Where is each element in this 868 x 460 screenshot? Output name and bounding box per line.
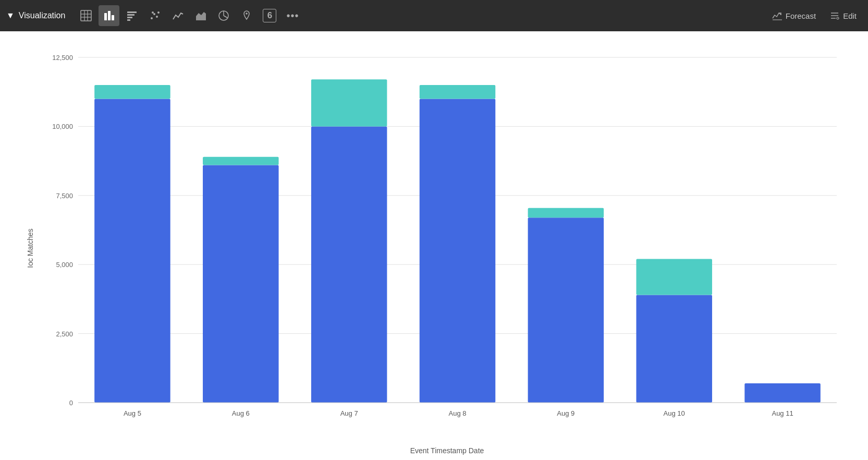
svg-rect-39 [94,99,170,403]
svg-text:Aug 11: Aug 11 [772,409,793,417]
svg-text:2,500: 2,500 [56,330,73,338]
y-axis-label: Ioc Matches [26,228,34,268]
svg-rect-46 [311,79,387,126]
chart-container: Ioc Matches 02,5005,0007,50010,00012,500… [0,31,868,460]
pie-icon-btn[interactable] [213,5,234,26]
map-icon-btn[interactable] [236,5,257,26]
visualization-label: Visualization [19,11,66,20]
svg-text:Aug 9: Aug 9 [557,409,574,417]
toolbar-right: Forecast Edit [767,7,862,24]
svg-rect-40 [94,85,170,99]
scatter-icon-btn[interactable] [144,5,165,26]
svg-rect-8 [127,11,137,13]
toolbar: ▼ Visualization [0,0,868,31]
visualization-menu[interactable]: ▼ Visualization [6,11,69,20]
ellipsis-icon: ••• [286,10,299,22]
svg-marker-17 [196,12,206,20]
svg-rect-51 [528,217,604,403]
svg-rect-10 [127,17,132,18]
svg-rect-11 [127,19,130,21]
svg-text:10,000: 10,000 [52,123,73,130]
svg-rect-49 [420,85,496,99]
svg-text:Aug 10: Aug 10 [664,409,685,417]
bar-chart-icon-btn[interactable] [99,5,119,26]
svg-point-12 [151,17,153,19]
sorted-bar-icon-btn[interactable] [121,5,142,26]
area-icon-btn[interactable] [190,5,211,26]
svg-text:Aug 6: Aug 6 [232,409,250,417]
svg-text:0: 0 [69,399,73,407]
svg-point-13 [153,13,155,15]
forecast-button[interactable]: Forecast [767,7,821,24]
svg-point-21 [246,13,248,15]
svg-rect-6 [108,11,111,20]
svg-rect-45 [311,126,387,403]
forecast-label: Forecast [786,11,816,20]
svg-point-16 [152,11,154,14]
svg-text:12,500: 12,500 [52,54,73,62]
line-icon-btn[interactable] [167,5,188,26]
svg-text:Aug 8: Aug 8 [449,409,467,417]
edit-label: Edit [843,11,857,20]
svg-point-14 [156,16,158,18]
svg-rect-9 [127,14,135,16]
svg-text:Aug 5: Aug 5 [124,409,141,417]
x-axis-label: Event Timestamp Date [410,446,484,455]
edit-button[interactable]: Edit [824,7,862,24]
table-icon-btn[interactable] [76,5,96,26]
svg-rect-52 [528,208,604,218]
svg-rect-0 [81,10,91,21]
number-6-icon: 6 [263,9,276,22]
number-icon-btn[interactable]: 6 [259,5,280,26]
chevron-down-icon: ▼ [6,11,15,20]
svg-rect-54 [636,295,712,403]
svg-point-15 [157,11,160,14]
edit-icon [829,10,840,21]
svg-point-26 [837,17,839,19]
forecast-icon [772,10,783,21]
svg-rect-43 [203,157,279,165]
svg-line-20 [224,16,227,18]
svg-rect-48 [420,99,496,403]
svg-text:Aug 7: Aug 7 [340,409,358,417]
svg-text:7,500: 7,500 [56,192,73,200]
chart-svg: 02,5005,0007,50010,00012,500Aug 5Aug 6Au… [42,47,852,429]
more-icon-btn[interactable]: ••• [282,5,303,26]
svg-rect-42 [203,165,279,403]
svg-rect-57 [744,383,821,403]
svg-rect-55 [636,259,712,295]
chart-inner: Ioc Matches 02,5005,0007,50010,00012,500… [42,47,852,450]
svg-text:5,000: 5,000 [56,261,73,269]
svg-rect-5 [104,13,107,20]
svg-rect-7 [112,15,114,20]
